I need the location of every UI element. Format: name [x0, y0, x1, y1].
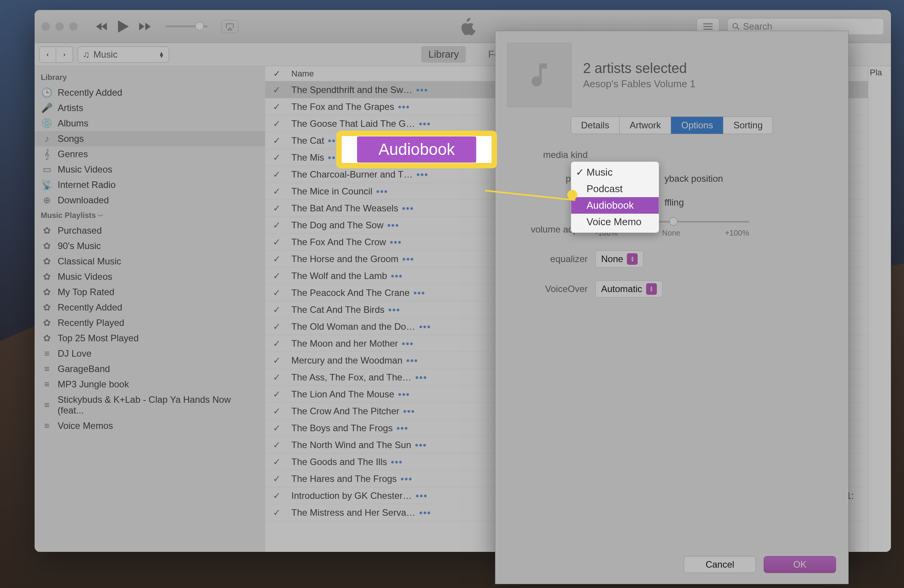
source-select[interactable]: ♫ Music ▲▼ [78, 47, 169, 63]
playlist-item[interactable]: ≡Stickybuds & K+Lab - Clap Ya Hands Now … [35, 392, 265, 418]
row-check-icon[interactable]: ✓ [265, 389, 288, 400]
playlist-item[interactable]: ≡DJ Love [35, 346, 265, 361]
more-icon[interactable]: ••• [419, 507, 431, 518]
more-icon[interactable]: ••• [391, 271, 403, 281]
more-icon[interactable]: ••• [376, 186, 388, 196]
row-check-icon[interactable]: ✓ [265, 85, 288, 95]
modal-tab-sorting[interactable]: Sorting [723, 117, 773, 134]
sidebar-item-genres[interactable]: 𝄞Genres [35, 146, 265, 162]
row-check-icon[interactable]: ✓ [265, 473, 288, 484]
more-icon[interactable]: ••• [387, 220, 399, 230]
playback-controls [94, 18, 153, 35]
forward-button[interactable]: › [56, 47, 73, 63]
row-check-icon[interactable]: ✓ [265, 423, 288, 434]
close-icon[interactable] [42, 22, 50, 31]
modal-tab-artwork[interactable]: Artwork [620, 117, 671, 134]
playlist-item[interactable]: ✿Top 25 Most Played [35, 331, 265, 346]
next-icon[interactable] [137, 18, 153, 35]
more-icon[interactable]: ••• [402, 338, 414, 349]
minimize-icon[interactable] [55, 22, 64, 31]
previous-icon[interactable] [94, 18, 110, 35]
play-icon[interactable] [115, 18, 131, 35]
more-icon[interactable]: ••• [414, 287, 425, 298]
row-check-icon[interactable]: ✓ [265, 440, 288, 450]
row-check-icon[interactable]: ✓ [265, 152, 288, 163]
more-icon[interactable]: ••• [402, 203, 414, 213]
more-icon[interactable]: ••• [417, 169, 429, 179]
row-check-icon[interactable]: ✓ [265, 203, 288, 214]
nav-tab-library[interactable]: Library [421, 46, 465, 63]
playlist-item[interactable]: ✿Recently Added [35, 300, 265, 315]
row-check-icon[interactable]: ✓ [265, 406, 288, 417]
row-check-icon[interactable]: ✓ [265, 254, 288, 264]
sidebar-item-artists[interactable]: 🎤Artists [35, 100, 265, 116]
playlist-item[interactable]: ≡MP3 Jungle book [35, 377, 265, 392]
dropdown-item-music[interactable]: Music [571, 164, 659, 181]
volume-slider[interactable] [165, 25, 208, 27]
voiceover-select[interactable]: Automatic ▲▼ [595, 281, 663, 297]
more-icon[interactable]: ••• [398, 389, 410, 399]
row-check-icon[interactable]: ✓ [265, 457, 288, 467]
more-icon[interactable]: ••• [391, 457, 403, 467]
media-kind-dropdown[interactable]: MusicPodcastAudiobookVoice Memo [571, 161, 659, 233]
row-check-icon[interactable]: ✓ [265, 321, 288, 332]
more-icon[interactable]: ••• [415, 372, 427, 382]
sidebar-item-music-videos[interactable]: ▭Music Videos [35, 162, 265, 177]
row-check-icon[interactable]: ✓ [265, 287, 288, 298]
dropdown-item-voice-memo[interactable]: Voice Memo [571, 214, 659, 230]
row-check-icon[interactable]: ✓ [265, 118, 288, 129]
modal-tab-options[interactable]: Options [671, 117, 723, 134]
modal-tab-details[interactable]: Details [571, 117, 620, 134]
row-check-icon[interactable]: ✓ [265, 101, 288, 112]
more-icon[interactable]: ••• [416, 85, 428, 95]
more-icon[interactable]: ••• [402, 254, 414, 264]
row-check-icon[interactable]: ✓ [265, 135, 288, 146]
playlist-column[interactable]: Pla [868, 66, 891, 552]
playlists-header[interactable]: Music Playlists ﹀ [35, 208, 265, 223]
row-check-icon[interactable]: ✓ [265, 507, 288, 518]
sidebar-item-songs[interactable]: ♪Songs [35, 131, 265, 146]
playlist-item[interactable]: ✿Purchased [35, 223, 265, 238]
playlist-item[interactable]: ≡Voice Memos [35, 418, 265, 434]
sidebar-item-recently-added[interactable]: 🕒Recently Added [35, 85, 265, 100]
more-icon[interactable]: ••• [388, 304, 400, 315]
row-check-icon[interactable]: ✓ [265, 186, 288, 197]
back-button[interactable]: ‹ [39, 47, 56, 63]
ok-button[interactable]: OK [764, 556, 836, 573]
cancel-button[interactable]: Cancel [684, 556, 756, 573]
sidebar-item-internet-radio[interactable]: 📡Internet Radio [35, 177, 265, 193]
row-check-icon[interactable]: ✓ [265, 490, 288, 501]
row-check-icon[interactable]: ✓ [265, 304, 288, 315]
dropdown-item-audiobook[interactable]: Audiobook [571, 197, 659, 214]
fullscreen-icon[interactable] [69, 22, 78, 31]
more-icon[interactable]: ••• [400, 473, 412, 484]
airplay-icon[interactable] [221, 20, 238, 33]
more-icon[interactable]: ••• [397, 423, 409, 433]
sidebar-item-downloaded[interactable]: ⊕Downloaded [35, 193, 265, 208]
equalizer-select[interactable]: None ▲▼ [595, 251, 643, 267]
playlist-item[interactable]: ≡GarageBand [35, 361, 265, 377]
more-icon[interactable]: ••• [406, 355, 418, 365]
row-check-icon[interactable]: ✓ [265, 338, 288, 349]
playlist-item[interactable]: ✿Classical Music [35, 254, 265, 269]
more-icon[interactable]: ••• [390, 237, 402, 247]
dropdown-item-podcast[interactable]: Podcast [571, 181, 659, 197]
more-icon[interactable]: ••• [415, 490, 427, 501]
sidebar-item-albums[interactable]: 💿Albums [35, 116, 265, 131]
playlist-item[interactable]: ✿Music Videos [35, 269, 265, 284]
row-check-icon[interactable]: ✓ [265, 220, 288, 231]
more-icon[interactable]: ••• [419, 118, 431, 129]
playlist-item[interactable]: ✿Recently Played [35, 315, 265, 331]
row-check-icon[interactable]: ✓ [265, 169, 288, 180]
row-check-icon[interactable]: ✓ [265, 372, 288, 383]
more-icon[interactable]: ••• [403, 406, 415, 416]
more-icon[interactable]: ••• [415, 440, 427, 450]
more-icon[interactable]: ••• [398, 101, 410, 112]
check-column[interactable]: ✓ [265, 69, 288, 79]
playlist-item[interactable]: ✿90's Music [35, 238, 265, 254]
playlist-item[interactable]: ✿My Top Rated [35, 284, 265, 300]
row-check-icon[interactable]: ✓ [265, 355, 288, 366]
row-check-icon[interactable]: ✓ [265, 237, 288, 247]
row-check-icon[interactable]: ✓ [265, 271, 288, 281]
more-icon[interactable]: ••• [419, 321, 431, 332]
